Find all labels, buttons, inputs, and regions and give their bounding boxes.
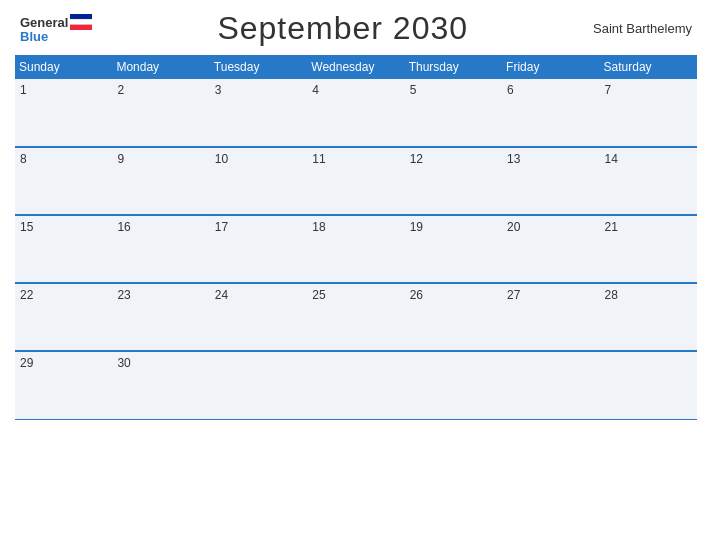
day-number: 18 bbox=[312, 220, 325, 234]
logo-flag-icon bbox=[70, 14, 92, 30]
calendar-day-cell: 6 bbox=[502, 79, 599, 147]
day-number: 16 bbox=[117, 220, 130, 234]
calendar-day-cell: 26 bbox=[405, 283, 502, 351]
day-number: 8 bbox=[20, 152, 27, 166]
calendar-day-cell: 12 bbox=[405, 147, 502, 215]
day-number: 17 bbox=[215, 220, 228, 234]
calendar-week-row: 1234567 bbox=[15, 79, 697, 147]
calendar-day-cell: 16 bbox=[112, 215, 209, 283]
calendar-header-row: SundayMondayTuesdayWednesdayThursdayFrid… bbox=[15, 55, 697, 79]
calendar-day-cell: 1 bbox=[15, 79, 112, 147]
svg-rect-2 bbox=[70, 25, 92, 30]
weekday-header-thursday: Thursday bbox=[405, 55, 502, 79]
calendar-day-cell: 20 bbox=[502, 215, 599, 283]
day-number: 22 bbox=[20, 288, 33, 302]
calendar-day-cell: 23 bbox=[112, 283, 209, 351]
weekday-header-wednesday: Wednesday bbox=[307, 55, 404, 79]
logo: General Blue bbox=[20, 14, 92, 43]
calendar-day-cell: 21 bbox=[600, 215, 697, 283]
calendar-day-cell: 28 bbox=[600, 283, 697, 351]
calendar-day-cell: 17 bbox=[210, 215, 307, 283]
day-number: 7 bbox=[605, 83, 612, 97]
calendar-day-cell: 15 bbox=[15, 215, 112, 283]
calendar-day-cell: 3 bbox=[210, 79, 307, 147]
calendar-day-cell: 22 bbox=[15, 283, 112, 351]
day-number: 14 bbox=[605, 152, 618, 166]
day-number: 25 bbox=[312, 288, 325, 302]
weekday-header-sunday: Sunday bbox=[15, 55, 112, 79]
country-label: Saint Barthelemy bbox=[593, 21, 692, 36]
day-number: 26 bbox=[410, 288, 423, 302]
day-number: 6 bbox=[507, 83, 514, 97]
calendar-week-row: 22232425262728 bbox=[15, 283, 697, 351]
day-number: 28 bbox=[605, 288, 618, 302]
calendar-week-row: 2930 bbox=[15, 351, 697, 419]
calendar-day-cell: 25 bbox=[307, 283, 404, 351]
calendar-title: September 2030 bbox=[217, 10, 468, 47]
day-number: 3 bbox=[215, 83, 222, 97]
day-number: 12 bbox=[410, 152, 423, 166]
day-number: 2 bbox=[117, 83, 124, 97]
day-number: 21 bbox=[605, 220, 618, 234]
calendar-day-cell: 18 bbox=[307, 215, 404, 283]
svg-rect-1 bbox=[70, 19, 92, 24]
logo-general-text: General bbox=[20, 16, 68, 29]
calendar-day-cell: 5 bbox=[405, 79, 502, 147]
day-number: 13 bbox=[507, 152, 520, 166]
day-number: 4 bbox=[312, 83, 319, 97]
day-number: 9 bbox=[117, 152, 124, 166]
day-number: 27 bbox=[507, 288, 520, 302]
calendar-day-cell: 2 bbox=[112, 79, 209, 147]
calendar-day-cell: 30 bbox=[112, 351, 209, 419]
calendar-table: SundayMondayTuesdayWednesdayThursdayFrid… bbox=[15, 55, 697, 420]
weekday-header-saturday: Saturday bbox=[600, 55, 697, 79]
day-number: 1 bbox=[20, 83, 27, 97]
calendar-day-cell: 7 bbox=[600, 79, 697, 147]
calendar-day-cell: 24 bbox=[210, 283, 307, 351]
logo-blue-text: Blue bbox=[20, 30, 48, 43]
calendar-day-cell: 4 bbox=[307, 79, 404, 147]
calendar-day-cell bbox=[502, 351, 599, 419]
calendar-day-cell: 19 bbox=[405, 215, 502, 283]
weekday-header-tuesday: Tuesday bbox=[210, 55, 307, 79]
calendar-header: General Blue September 2030 Saint Barthe… bbox=[15, 10, 697, 47]
day-number: 15 bbox=[20, 220, 33, 234]
calendar-day-cell: 8 bbox=[15, 147, 112, 215]
day-number: 5 bbox=[410, 83, 417, 97]
weekday-header-friday: Friday bbox=[502, 55, 599, 79]
day-number: 10 bbox=[215, 152, 228, 166]
calendar-day-cell: 9 bbox=[112, 147, 209, 215]
svg-rect-0 bbox=[70, 14, 92, 19]
calendar-day-cell bbox=[405, 351, 502, 419]
calendar-day-cell: 11 bbox=[307, 147, 404, 215]
calendar-body: 1234567891011121314151617181920212223242… bbox=[15, 79, 697, 419]
day-number: 11 bbox=[312, 152, 325, 166]
day-number: 24 bbox=[215, 288, 228, 302]
day-number: 20 bbox=[507, 220, 520, 234]
calendar-day-cell: 29 bbox=[15, 351, 112, 419]
calendar-day-cell: 13 bbox=[502, 147, 599, 215]
day-number: 19 bbox=[410, 220, 423, 234]
calendar-week-row: 15161718192021 bbox=[15, 215, 697, 283]
calendar-day-cell bbox=[600, 351, 697, 419]
calendar-day-cell: 14 bbox=[600, 147, 697, 215]
calendar-day-cell bbox=[210, 351, 307, 419]
day-number: 30 bbox=[117, 356, 130, 370]
calendar-day-cell: 27 bbox=[502, 283, 599, 351]
day-number: 29 bbox=[20, 356, 33, 370]
calendar-day-cell: 10 bbox=[210, 147, 307, 215]
weekday-header-monday: Monday bbox=[112, 55, 209, 79]
calendar-week-row: 891011121314 bbox=[15, 147, 697, 215]
calendar-day-cell bbox=[307, 351, 404, 419]
day-number: 23 bbox=[117, 288, 130, 302]
calendar-container: General Blue September 2030 Saint Barthe… bbox=[0, 0, 712, 550]
